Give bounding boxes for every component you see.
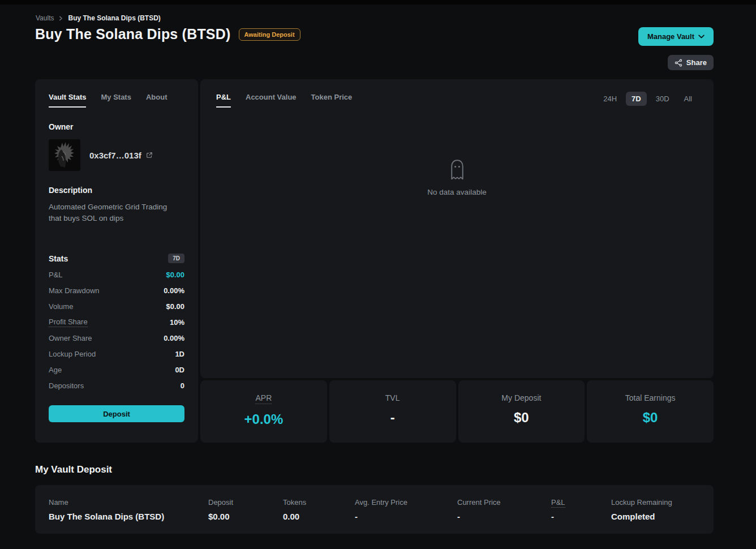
vault-stats-panel: Vault Stats My Stats About Owner 0x3cf7…… (35, 79, 198, 443)
owner-address-link[interactable]: 0x3cf7…013f (89, 151, 153, 160)
card-apr: APR +0.0% (200, 380, 327, 443)
stat-label-profit-share-tooltip[interactable]: Profit Share (49, 318, 88, 327)
owner-row: 0x3cf7…013f (49, 139, 184, 171)
tab-vault-stats[interactable]: Vault Stats (49, 93, 86, 108)
manage-vault-button[interactable]: Manage Vault (638, 27, 714, 46)
deposits-table: Name Deposit Tokens Avg. Entry Price Cur… (35, 485, 714, 534)
col-name: Name (49, 498, 208, 508)
cell-current-price: - (457, 512, 551, 521)
breadcrumb-current: Buy The Solana Dips (BTSD) (68, 14, 160, 22)
stat-row-max-drawdown: Max Drawdown 0.00% (49, 282, 184, 298)
sidebar-tabs: Vault Stats My Stats About (49, 93, 184, 108)
stat-value: $0.00 (166, 302, 184, 311)
cell-avg-entry-price: - (355, 512, 457, 521)
deposits-table-header: Name Deposit Tokens Avg. Entry Price Cur… (49, 498, 700, 508)
chart-tabs: P&L Account Value Token Price (216, 93, 352, 108)
page-title: Buy The Solana Dips (BTSD) (35, 26, 231, 42)
status-badge: Awaiting Deposit (239, 28, 300, 41)
card-my-deposit-value: $0 (514, 410, 529, 426)
range-all[interactable]: All (678, 92, 698, 106)
card-my-deposit: My Deposit $0 (458, 380, 585, 443)
stat-label: P&L (49, 271, 63, 279)
stat-row-profit-share: Profit Share 10% (49, 314, 184, 330)
col-avg-entry-price: Avg. Entry Price (355, 498, 457, 508)
description-heading: Description (49, 186, 184, 195)
time-range-selector: 24H 7D 30D All (598, 92, 698, 106)
stat-label: Lockup Period (49, 350, 96, 358)
ghost-icon (449, 159, 466, 181)
chevron-down-icon (698, 35, 705, 38)
breadcrumb-vaults-link[interactable]: Vaults (36, 14, 54, 22)
stat-value: 1D (175, 350, 184, 358)
stat-value: 0.00% (164, 286, 184, 295)
stats-list: P&L $0.00 Max Drawdown 0.00% Volume $0.0… (49, 267, 184, 393)
external-link-icon (146, 152, 153, 158)
description-text: Automated Geometric Grid Trading that bu… (49, 201, 175, 224)
cell-pnl: - (551, 512, 611, 521)
stat-row-pnl: P&L $0.00 (49, 267, 184, 282)
col-pnl-tooltip[interactable]: P&L (551, 498, 565, 508)
page-header: Buy The Solana Dips (BTSD) Awaiting Depo… (35, 26, 300, 42)
col-current-price: Current Price (457, 498, 551, 508)
range-30d[interactable]: 30D (650, 92, 675, 106)
stat-value: 0.00% (164, 334, 184, 342)
card-tvl-value: - (390, 410, 395, 426)
range-24h[interactable]: 24H (598, 92, 622, 106)
tab-about[interactable]: About (146, 93, 167, 108)
stat-label: Age (49, 366, 62, 374)
stat-value: 0 (181, 381, 184, 390)
breadcrumb: Vaults Buy The Solana Dips (BTSD) (36, 14, 161, 22)
stat-value: 10% (170, 318, 184, 327)
stat-row-lockup-period: Lockup Period 1D (49, 346, 184, 362)
stats-period-badge: 7D (168, 254, 184, 263)
stat-value: $0.00 (166, 271, 184, 279)
share-icon (675, 59, 682, 67)
cell-lockup-remaining: Completed (611, 512, 700, 521)
cell-deposit: $0.00 (208, 512, 283, 521)
stat-label: Max Drawdown (49, 286, 100, 295)
stats-heading: Stats (49, 254, 68, 263)
top-window-strip (0, 0, 756, 5)
card-total-earnings-label: Total Earnings (625, 393, 676, 402)
owner-heading: Owner (49, 122, 184, 131)
cell-tokens: 0.00 (283, 512, 355, 521)
stat-label: Owner Share (49, 334, 92, 342)
card-my-deposit-label: My Deposit (501, 393, 541, 402)
share-button[interactable]: Share (668, 55, 714, 70)
tab-my-stats[interactable]: My Stats (101, 93, 131, 108)
col-lockup-remaining: Lockup Remaining (611, 498, 700, 508)
share-label: Share (686, 58, 707, 67)
chevron-right-icon (58, 16, 63, 21)
owner-avatar (49, 139, 80, 171)
deposit-button[interactable]: Deposit (49, 405, 184, 422)
chart-header: P&L Account Value Token Price 24H 7D 30D… (216, 93, 698, 108)
stat-row-owner-share: Owner Share 0.00% (49, 330, 184, 346)
stat-label: Volume (49, 302, 73, 311)
chart-empty-state: No data available (216, 159, 698, 196)
my-vault-deposit-heading: My Vault Deposit (35, 464, 112, 475)
empty-state-text: No data available (427, 188, 486, 196)
card-total-earnings-value: $0 (643, 410, 658, 426)
stats-header: Stats 7D (49, 254, 184, 263)
card-tvl-label: TVL (385, 393, 400, 402)
manage-vault-label: Manage Vault (647, 32, 694, 41)
card-total-earnings: Total Earnings $0 (587, 380, 714, 443)
range-7d[interactable]: 7D (626, 92, 647, 106)
col-tokens: Tokens (283, 498, 355, 508)
chart-tab-pnl[interactable]: P&L (216, 93, 231, 108)
table-row[interactable]: Buy The Solana Dips (BTSD) $0.00 0.00 - … (49, 508, 700, 521)
chart-panel: P&L Account Value Token Price 24H 7D 30D… (200, 79, 714, 378)
owner-address-text: 0x3cf7…013f (89, 151, 141, 160)
chart-tab-account-value[interactable]: Account Value (246, 93, 297, 108)
card-tvl: TVL - (329, 380, 456, 443)
stat-row-age: Age 0D (49, 362, 184, 378)
stat-label: Depositors (49, 381, 84, 390)
card-apr-value: +0.0% (244, 411, 284, 427)
stat-row-volume: Volume $0.00 (49, 298, 184, 314)
stat-row-depositors: Depositors 0 (49, 378, 184, 393)
cell-name: Buy The Solana Dips (BTSD) (49, 512, 208, 521)
summary-cards: APR +0.0% TVL - My Deposit $0 Total Earn… (200, 380, 714, 443)
chart-tab-token-price[interactable]: Token Price (311, 93, 353, 108)
stat-value: 0D (175, 366, 184, 374)
card-apr-label-tooltip[interactable]: APR (255, 393, 272, 404)
